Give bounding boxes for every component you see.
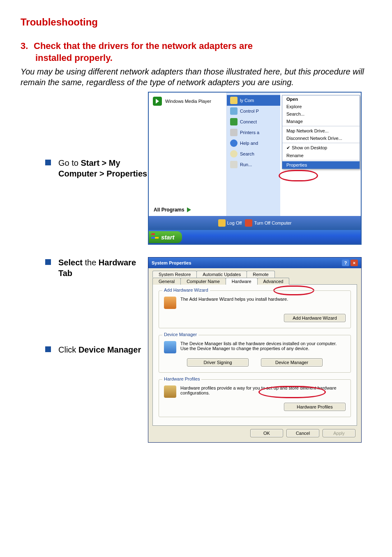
step-number: 3. [21, 40, 34, 52]
ok-button[interactable]: OK [250, 429, 283, 437]
ctx-map-drive[interactable]: Map Network Drive... [282, 127, 360, 135]
control-panel-icon [230, 107, 238, 115]
step-line1: Check that the drivers for the network a… [34, 41, 253, 51]
my-computer-icon [230, 97, 238, 104]
help-label: Help and [240, 141, 258, 146]
run-icon [230, 161, 238, 168]
bullet-1: Go to Start > My Computer > Properties [21, 158, 148, 179]
logoff-button[interactable]: Log Off [218, 219, 242, 227]
step-line2: installed properly. [21, 52, 371, 64]
bullet2-bold: Select [58, 258, 83, 267]
add-hardware-group: Add Hardware Wizard The Add Hardware Wiz… [159, 290, 351, 328]
bullet-2: Select the Hardware Tab [21, 257, 148, 278]
driver-signing-button[interactable]: Driver Signing [187, 358, 249, 367]
add-hardware-wizard-button[interactable]: Add Hardware Wizard [284, 314, 346, 322]
device-manager-icon [164, 341, 176, 353]
ctx-separator [282, 126, 360, 126]
bullet-3: Click Device Manager [21, 344, 148, 355]
intro-paragraph: You may be using different network adapt… [21, 66, 371, 88]
system-properties-dialog: System Properties ? × System Restore Aut… [148, 257, 362, 443]
tab-general[interactable]: General [152, 278, 181, 285]
all-programs[interactable]: All Programs [154, 207, 191, 213]
run-item[interactable]: Run... [227, 159, 280, 170]
start-button[interactable]: start [149, 231, 182, 243]
bullet2-mid: the [83, 258, 99, 267]
bullet-marker [45, 346, 51, 352]
close-button[interactable]: × [350, 260, 358, 266]
device-manager-legend: Device Manager [162, 332, 198, 337]
apply-button[interactable]: Apply [323, 429, 355, 437]
my-computer-label: ly Com [240, 98, 254, 103]
tab-advanced[interactable]: Advanced [257, 278, 290, 285]
ctx-rename[interactable]: Rename [282, 152, 360, 159]
add-hardware-text: The Add Hardware Wizard helps you instal… [180, 297, 346, 302]
hardware-profiles-button[interactable]: Hardware Profiles [284, 403, 346, 411]
ctx-disconnect-drive[interactable]: Disconnect Network Drive... [282, 135, 360, 142]
hardware-profiles-legend: Hardware Profiles [162, 376, 201, 381]
bullet1-pre: Go to [58, 158, 81, 167]
tab-system-restore[interactable]: System Restore [152, 271, 197, 278]
connect-to-item[interactable]: Connect [227, 116, 280, 127]
logoff-icon [218, 219, 226, 227]
add-hardware-icon [164, 297, 176, 309]
device-manager-button[interactable]: Device Manager [261, 358, 323, 367]
connect-label: Connect [240, 119, 257, 124]
page-title: Troubleshooting [21, 16, 371, 28]
help-button[interactable]: ? [342, 260, 349, 266]
tab-remote[interactable]: Remote [247, 271, 275, 278]
search-item[interactable]: Search [227, 149, 280, 159]
printers-icon [230, 129, 238, 136]
media-player-icon [153, 97, 162, 106]
printers-label: Printers a [240, 130, 259, 135]
device-manager-text: The Device Manager lists all the hardwar… [180, 341, 346, 351]
turnoff-button[interactable]: Turn Off Computer [245, 219, 291, 227]
ctx-separator [282, 160, 360, 160]
printers-item[interactable]: Printers a [227, 127, 280, 138]
help-item[interactable]: Help and [227, 138, 280, 149]
add-hardware-legend: Add Hardware Wizard [162, 288, 210, 292]
turnoff-label: Turn Off Computer [254, 220, 291, 225]
dialog-title: System Properties [152, 260, 191, 265]
ctx-separator [282, 143, 360, 143]
ctx-explore[interactable]: Explore [282, 103, 360, 110]
tab-hardware[interactable]: Hardware [226, 278, 258, 285]
hardware-profiles-group: Hardware Profiles Hardware profiles prov… [159, 379, 351, 417]
hardware-profiles-icon [164, 385, 176, 398]
tab-automatic-updates[interactable]: Automatic Updates [196, 271, 247, 278]
bullet3-bold: Device Manager [78, 345, 141, 354]
bullet-marker [45, 259, 51, 265]
tab-computer-name[interactable]: Computer Name [180, 278, 226, 285]
ctx-properties[interactable]: Properties [282, 161, 360, 169]
highlight-oval-properties [279, 170, 318, 181]
help-icon [230, 139, 238, 147]
ctx-search[interactable]: Search... [282, 110, 360, 118]
start-left-wmp[interactable]: Windows Media Player [149, 95, 226, 107]
ctx-show-desktop[interactable]: Show on Desktop [282, 144, 360, 152]
turnoff-icon [245, 219, 252, 227]
all-programs-label: All Programs [154, 207, 184, 213]
control-panel-item[interactable]: Control P [227, 106, 280, 116]
ctx-open[interactable]: Open [282, 95, 360, 103]
context-menu: Open Explore Search... Manage Map Networ… [282, 95, 360, 169]
wmp-label: Windows Media Player [165, 99, 211, 104]
bullet3-pre: Click [58, 345, 78, 354]
hardware-profiles-text: Hardware profiles provide a way for you … [180, 385, 346, 395]
logoff-label: Log Off [227, 220, 242, 225]
device-manager-group: Device Manager The Device Manager lists … [159, 335, 351, 373]
ctx-manage[interactable]: Manage [282, 118, 360, 125]
cancel-button[interactable]: Cancel [286, 429, 319, 437]
search-label: Search [240, 151, 254, 156]
run-label: Run... [240, 162, 252, 167]
bullet-marker [45, 160, 51, 165]
search-icon [230, 150, 238, 158]
control-panel-label: Control P [240, 109, 259, 114]
start-menu-screenshot: Windows Media Player All Programs ly Com [148, 92, 362, 245]
connect-icon [230, 118, 238, 125]
arrow-right-icon [187, 207, 191, 212]
step-heading: 3.Check that the drivers for the network… [21, 40, 371, 64]
my-computer-item[interactable]: ly Com [227, 95, 280, 106]
